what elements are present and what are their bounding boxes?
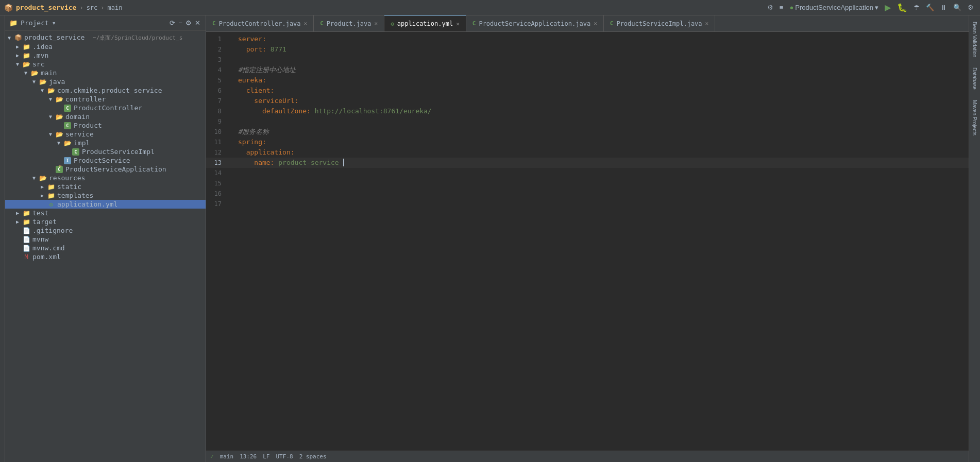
line-content-4: #指定注册中心地址 bbox=[234, 65, 969, 75]
tree-item-product-service[interactable]: ▼ 📦 product_service ~/桌面/SprinCloud/prod… bbox=[5, 33, 206, 42]
label-templates: templates bbox=[56, 192, 93, 199]
java-class-icon-psa: C ⚙ bbox=[55, 165, 64, 173]
run-config-selector[interactable]: ● ProductServiceApplication ▾ bbox=[787, 3, 881, 12]
tree-item-resources[interactable]: ▼ 📂 resources bbox=[5, 174, 206, 182]
tree-item-test[interactable]: ▶ 📁 test bbox=[5, 209, 206, 217]
tree-item-psa[interactable]: ▶ C ⚙ ProductServiceApplication bbox=[5, 165, 206, 174]
bean-validation-panel-btn[interactable]: Bean Validation bbox=[971, 18, 978, 61]
tree-item-service[interactable]: ▼ 📂 service bbox=[5, 130, 206, 139]
java-icon-tab1: C bbox=[212, 20, 216, 27]
tree-item-product[interactable]: ▶ C Product bbox=[5, 121, 206, 130]
label-idea: .idea bbox=[31, 43, 53, 50]
maven-projects-panel-btn[interactable]: Maven Projects bbox=[971, 96, 978, 140]
settings2-button[interactable]: ⚙ bbox=[966, 3, 976, 12]
tree-item-impl[interactable]: ▼ 📂 impl bbox=[5, 139, 206, 147]
status-bar: ✓ main 13:26 LF UTF-8 2 spaces bbox=[206, 451, 969, 462]
arrow-main: ▼ bbox=[22, 70, 30, 76]
tab-label-product: Product.java bbox=[327, 20, 371, 27]
folder-icon-java: 📂 bbox=[38, 78, 47, 85]
run-button[interactable]: ▶ bbox=[883, 2, 893, 13]
line-num-11: 11 bbox=[206, 137, 227, 147]
tree-item-gitignore[interactable]: ▶ 📄 .gitignore bbox=[5, 226, 206, 235]
tree-item-pom-xml[interactable]: ▶ M pom.xml bbox=[5, 252, 206, 261]
tree-item-main[interactable]: ▼ 📂 main bbox=[5, 69, 206, 77]
collapse-button[interactable]: − bbox=[177, 18, 183, 28]
label-service: service bbox=[64, 130, 94, 138]
close-tab-psi[interactable]: ✕ bbox=[705, 21, 709, 26]
editor-area: C ProductController.java ✕ C Product.jav… bbox=[206, 15, 969, 462]
database-panel-btn[interactable]: Database bbox=[971, 63, 978, 94]
tree-item-java[interactable]: ▼ 📂 java bbox=[5, 77, 206, 86]
settings-sidebar-button[interactable]: ⚙ bbox=[184, 18, 193, 28]
run-config-label: ProductServiceApplication bbox=[795, 4, 873, 11]
code-line-2: 2 port: 8771 bbox=[206, 44, 969, 55]
tab-psi[interactable]: C ProductServiceImpl.java ✕ bbox=[604, 15, 715, 32]
tree-item-templates[interactable]: ▶ 📁 templates bbox=[5, 191, 206, 200]
dropdown-icon: ▾ bbox=[875, 4, 878, 11]
close-tab-product-controller[interactable]: ✕ bbox=[304, 21, 308, 26]
line-num-16: 16 bbox=[206, 189, 227, 199]
hide-button[interactable]: ✕ bbox=[194, 18, 201, 28]
java-icon-tab2: C bbox=[320, 20, 324, 27]
label-test: test bbox=[31, 209, 48, 217]
folder-icon-main: 📂 bbox=[30, 70, 39, 77]
settings-button[interactable]: ⚙ bbox=[765, 3, 775, 12]
structure-button[interactable]: ≡ bbox=[778, 3, 786, 12]
line-content-5: eureka: bbox=[234, 75, 969, 85]
tree-item-product-controller[interactable]: ▶ C ProductController bbox=[5, 104, 206, 112]
code-line-7: 7 serviceUrl: bbox=[206, 96, 969, 106]
tree-item-idea[interactable]: ▶ 📁 .idea bbox=[5, 42, 206, 51]
dropdown-arrow[interactable]: ▾ bbox=[52, 19, 56, 27]
tree-item-product-service-iface[interactable]: ▶ I ProductService bbox=[5, 156, 206, 165]
tab-application-yml[interactable]: ⚙ application.yml ✕ bbox=[384, 15, 466, 32]
debug-button[interactable]: 🐛 bbox=[895, 2, 909, 13]
file-icon-mvnw-cmd: 📄 bbox=[22, 245, 31, 252]
build-button[interactable]: 🔨 bbox=[924, 3, 936, 12]
tab-psa[interactable]: C ProductServiceApplication.java ✕ bbox=[466, 15, 604, 32]
tree-item-product-service-impl[interactable]: ▶ C ProductServiceImpl bbox=[5, 147, 206, 156]
line-content-6: client: bbox=[234, 85, 969, 96]
tree-item-com-ckmike[interactable]: ▼ 📂 com.ckmike.product_service bbox=[5, 86, 206, 95]
line-num-15: 15 bbox=[206, 178, 227, 189]
tree-item-controller[interactable]: ▼ 📂 controller bbox=[5, 95, 206, 104]
tree-item-domain[interactable]: ▼ 📂 domain bbox=[5, 112, 206, 121]
arrow-resources: ▼ bbox=[30, 175, 38, 181]
coverage-button[interactable]: ☂ bbox=[911, 3, 922, 12]
folder-icon-controller: 📂 bbox=[55, 96, 64, 103]
maven-icon-pom: M bbox=[22, 253, 31, 261]
label-java: java bbox=[47, 78, 65, 85]
line-num-1: 1 bbox=[206, 34, 227, 44]
code-line-11: 11 spring: bbox=[206, 137, 969, 147]
search-button[interactable]: 🔍 bbox=[951, 3, 964, 12]
yaml-icon-tab3: ⚙ bbox=[391, 21, 394, 27]
arrow-domain: ▼ bbox=[46, 114, 55, 119]
line-ending: LF bbox=[263, 453, 269, 460]
tab-product-controller[interactable]: C ProductController.java ✕ bbox=[206, 15, 314, 32]
breadcrumb-sep2: › bbox=[100, 4, 104, 11]
label-controller: controller bbox=[64, 95, 106, 103]
git-branch: main bbox=[220, 453, 234, 460]
tree-item-src[interactable]: ▼ 📂 src bbox=[5, 60, 206, 69]
tree-item-target[interactable]: ▶ 📁 target bbox=[5, 217, 206, 226]
line-num-17: 17 bbox=[206, 199, 227, 209]
tab-label-application-yml: application.yml bbox=[397, 20, 453, 27]
pause-button[interactable]: ⏸ bbox=[938, 3, 949, 12]
project-name: product_service bbox=[16, 4, 76, 11]
tree-item-application-yml[interactable]: ▶ ⚙ application.yml bbox=[5, 200, 206, 209]
close-tab-application-yml[interactable]: ✕ bbox=[456, 21, 460, 27]
tree-item-mvn[interactable]: ▶ 📁 .mvn bbox=[5, 51, 206, 60]
code-line-12: 12 application: bbox=[206, 147, 969, 158]
tree-item-mvnw-cmd[interactable]: ▶ 📄 mvnw.cmd bbox=[5, 244, 206, 252]
toolbar-left: 📦 product_service › src › main bbox=[4, 4, 765, 12]
code-editor[interactable]: 1 server: 2 port: 8771 3 4 #指定注册中心地址 bbox=[206, 32, 969, 451]
line-content-10: #服务名称 bbox=[234, 127, 969, 137]
close-tab-psa[interactable]: ✕ bbox=[594, 21, 597, 26]
encoding: UTF-8 bbox=[276, 453, 293, 460]
tab-product[interactable]: C Product.java ✕ bbox=[314, 15, 384, 32]
tree-item-static[interactable]: ▶ 📁 static bbox=[5, 182, 206, 191]
tree-item-mvnw[interactable]: ▶ 📄 mvnw bbox=[5, 235, 206, 244]
close-tab-product[interactable]: ✕ bbox=[375, 21, 378, 26]
sync-button[interactable]: ⟳ bbox=[168, 18, 176, 28]
code-line-14: 14 bbox=[206, 168, 969, 178]
folder-icon-src: 📂 bbox=[22, 61, 31, 68]
